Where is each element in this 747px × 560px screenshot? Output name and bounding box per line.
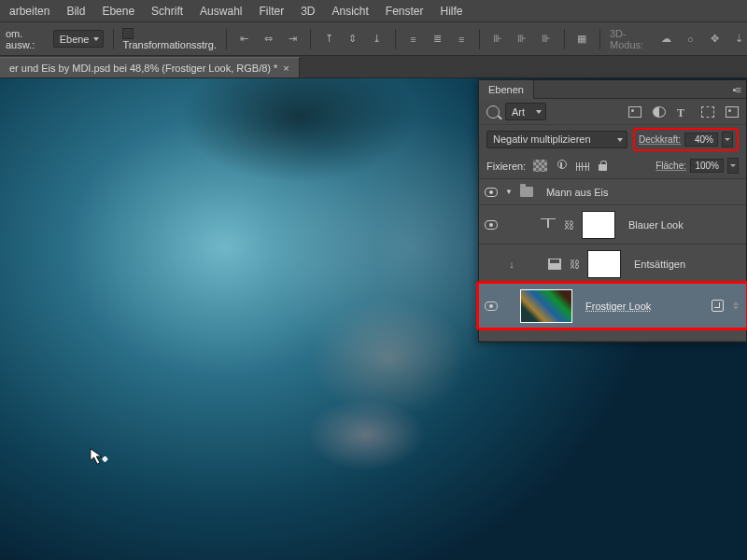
fill-value[interactable]: 100% [690,159,724,173]
layer-name[interactable]: Entsättigen [634,259,685,270]
layer-row-partial[interactable] [479,329,746,342]
menu-item[interactable]: Fenster [386,5,424,18]
opacity-value[interactable]: 40% [684,133,718,147]
filter-adjustment-icon[interactable] [653,106,666,118]
menu-item[interactable]: Schrift [151,5,183,18]
transform-controls-toggle[interactable]: Transformationsstrg. [122,27,216,50]
menu-item[interactable]: Filter [259,5,284,18]
menu-item[interactable]: Ebene [102,5,134,18]
align-left-icon[interactable]: ⇤ [236,29,253,49]
link-mask-icon[interactable]: ⛓ [569,258,580,271]
separator [226,29,227,49]
roll-3d-icon[interactable]: ○ [683,29,699,49]
fold-down-icon[interactable]: ▼ [505,188,513,196]
smart-object-icon [712,300,724,312]
filter-pixel-icon[interactable] [628,106,641,118]
separator [479,29,480,49]
pan-3d-icon[interactable]: ✥ [706,29,723,49]
lock-position-icon[interactable] [576,160,590,172]
group-name[interactable]: Mann aus Eis [546,187,609,198]
separator [113,29,114,49]
separator [310,29,311,49]
panel-menu-icon[interactable]: ▪≡ [733,84,740,95]
align-center-h-icon[interactable]: ⇔ [261,29,277,49]
layer-filter-row: Art T [479,99,746,125]
visibility-icon[interactable] [485,301,498,311]
document-tab-title: er und Eis by MDI.psd bei 48,8% (Frostig… [9,63,277,74]
layer-group-row[interactable]: ▼ Mann aus Eis [479,179,746,205]
mask-thumb[interactable] [587,250,621,278]
distribute-left-icon[interactable]: ⊪ [489,29,506,49]
main-menu-bar: arbeiten Bild Ebene Schrift Auswahl Filt… [0,0,747,22]
layer-row-selected[interactable]: Frostiger Look [479,284,746,329]
filter-kind-dropdown[interactable]: Art [505,103,546,120]
distribute-v-icon[interactable]: ≣ [429,29,445,49]
layer-name[interactable]: Frostiger Look [585,301,651,312]
distribute-h-icon[interactable]: ⊪ [514,29,530,49]
lock-pixels-icon[interactable] [555,160,569,172]
blend-mode-dropdown[interactable]: Negativ multiplizieren [486,131,627,148]
layer-thumb[interactable] [520,289,572,323]
layers-tab[interactable]: Ebenen [479,80,534,99]
layers-panel: Ebenen ▪≡ Art T Negativ multiplizieren D… [478,79,747,343]
balance-adjust-icon [541,218,556,231]
mode3d-label: 3D-Modus: [610,28,651,50]
folder-icon [520,187,533,197]
layers-list: ▼ Mann aus Eis ⛓ Blauer Look ↓ ⛓ Entsätt… [479,179,746,342]
distribute-top-icon[interactable]: ≡ [405,29,422,49]
opacity-highlight: Deckkraft: 40% [633,128,739,151]
move-cursor-icon [89,447,109,468]
align-center-v-icon[interactable]: ⇕ [345,29,361,49]
link-mask-icon[interactable]: ⛓ [563,218,574,231]
align-top-icon[interactable]: ⤒ [320,29,337,49]
filter-shape-icon[interactable] [701,106,714,118]
lock-label: Fixieren: [486,161,526,172]
clip-down-icon: ↓ [505,259,518,270]
align-right-icon[interactable]: ⇥ [284,29,301,49]
fill-label: Fläche: [655,161,686,171]
visibility-icon[interactable] [485,220,498,230]
menu-item[interactable]: Hilfe [441,5,463,18]
scroll-arrows[interactable] [731,301,740,310]
menu-item[interactable]: Ansicht [331,5,368,18]
fill-slider-toggle[interactable] [727,158,739,174]
auto-align-icon[interactable]: ▦ [573,29,590,49]
layer-row[interactable]: ⛓ Blauer Look [479,205,746,245]
options-bar: om. ausw.: Ebene Transformationsstrg. ⇤ … [0,22,747,56]
document-tab-bar: er und Eis by MDI.psd bei 48,8% (Frostig… [0,56,747,78]
lock-row: Fixieren: Fläche: 100% [479,153,746,179]
distribute-right-icon[interactable]: ⊪ [538,29,555,49]
layer-row[interactable]: ↓ ⛓ Entsättigen [479,245,746,284]
menu-item[interactable]: 3D [301,5,315,18]
slide-3d-icon[interactable]: ⇣ [730,29,747,49]
menu-item[interactable]: Auswahl [200,5,242,18]
visibility-icon[interactable] [485,188,498,197]
search-icon [486,105,500,119]
close-tab-icon[interactable]: × [283,63,289,74]
blend-opacity-row: Negativ multiplizieren Deckkraft: 40% [479,125,746,153]
separator [395,29,396,49]
document-tab[interactable]: er und Eis by MDI.psd bei 48,8% (Frostig… [0,57,300,77]
separator [564,29,565,49]
align-bottom-icon[interactable]: ⤓ [369,29,386,49]
filter-type-icon[interactable]: T [677,106,690,118]
layer-mode-dropdown[interactable]: Ebene [53,30,104,48]
opacity-slider-toggle[interactable] [722,132,733,147]
filter-smart-icon[interactable] [726,106,739,118]
opacity-label: Deckkraft: [639,134,681,145]
layer-name[interactable]: Blauer Look [628,219,684,231]
orbit-3d-icon[interactable]: ☁ [658,29,675,49]
mask-thumb[interactable] [582,211,615,239]
lock-all-icon[interactable] [598,160,612,172]
menu-item[interactable]: arbeiten [9,5,49,18]
gradient-adjust-icon [548,259,561,270]
distribute-bottom-icon[interactable]: ≡ [453,29,470,49]
options-label: om. ausw.: [6,28,46,50]
separator [599,29,600,49]
panel-tab-strip: Ebenen ▪≡ [479,80,746,99]
lock-transparency-icon[interactable] [533,160,547,172]
menu-item[interactable]: Bild [66,5,85,18]
